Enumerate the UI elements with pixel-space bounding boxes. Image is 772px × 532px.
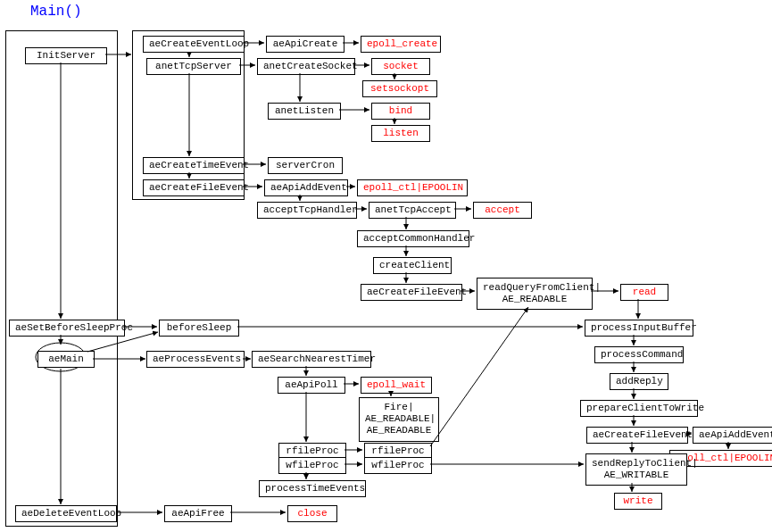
box-bind: bind (371, 103, 430, 120)
box-acceptcommonhandler: acceptCommonHandler (357, 230, 469, 247)
box-aecreatefileevent3: aeCreateFileEvent (586, 427, 688, 444)
box-beforesleep: beforeSleep (159, 320, 239, 337)
box-aeapicreate: aeApiCreate (266, 36, 344, 53)
box-accept: accept (473, 202, 532, 219)
box-epoll-create: epoll_create (361, 36, 441, 53)
box-aecreateeventloop: aeCreateEventLoop (143, 36, 245, 53)
box-wfileproc2: wfileProc (364, 457, 432, 474)
box-epoll-wait: epoll_wait (361, 377, 432, 394)
box-close: close (287, 505, 337, 522)
frame-init (132, 30, 245, 200)
box-aemain: aeMain (37, 351, 95, 368)
box-processtimeevents: processTimeEvents (259, 480, 366, 497)
box-servercron: serverCron (268, 157, 343, 174)
box-aesetbeforesleepproc: aeSetBeforeSleepProc (9, 320, 125, 337)
box-addreply: addReply (610, 373, 668, 390)
box-fire: Fire| AE_READABLE| AE_READABLE (359, 397, 439, 442)
frame-left (5, 30, 118, 527)
box-aeapiaddevent2: aeApiAddEvent (693, 427, 772, 444)
box-processinputbuffer: processInputBuffer (585, 320, 693, 337)
box-aecreatetimeevent: aeCreateTimeEvent (143, 157, 245, 174)
box-wfileproc1: wfileProc (278, 457, 346, 474)
box-write: write (614, 493, 662, 510)
box-aedeleteeventloop: aeDeleteEventLoop (15, 505, 117, 522)
box-read: read (620, 284, 668, 301)
box-anettcpserver: anetTcpServer (146, 58, 241, 75)
box-initserver: InitServer (25, 47, 107, 64)
box-readqueryfromclient: readQueryFromClient| AE_READABLE (477, 278, 593, 310)
box-createclient: createClient (373, 257, 452, 274)
box-sendreplytoclient: sendReplyToClient| AE_WRITABLE (585, 453, 687, 486)
box-setsockopt: setsockopt (362, 80, 437, 97)
svg-line-47 (430, 307, 528, 446)
box-listen: listen (371, 125, 430, 142)
box-aecreatefileevent2: aeCreateFileEvent (361, 284, 462, 301)
box-aecreatefileevent: aeCreateFileEvent (143, 179, 245, 196)
box-aeprocessevents: aeProcessEvents (146, 351, 245, 368)
box-aeapiaddevent: aeApiAddEvent (264, 179, 348, 196)
box-aeapipoll: aeApiPoll (278, 377, 345, 394)
box-epoll-ctl-in: epoll_ctl|EPOOLIN (357, 179, 468, 196)
box-anetlisten: anetListen (268, 103, 341, 120)
page-title: Main() (30, 4, 82, 20)
box-socket: socket (371, 58, 430, 75)
box-anetcreatesocket: anetCreateSocket (257, 58, 355, 75)
box-aesearchnearesttimer: aeSearchNearestTimer (252, 351, 371, 368)
box-prepareclienttowrite: prepareClientToWrite (580, 400, 698, 417)
box-accepttcphandler: acceptTcpHandler (257, 202, 357, 219)
box-anettcpaccept: anetTcpAccept (369, 202, 456, 219)
box-aeapifree: aeApiFree (164, 505, 232, 522)
box-processcommand: processCommand (594, 346, 684, 363)
